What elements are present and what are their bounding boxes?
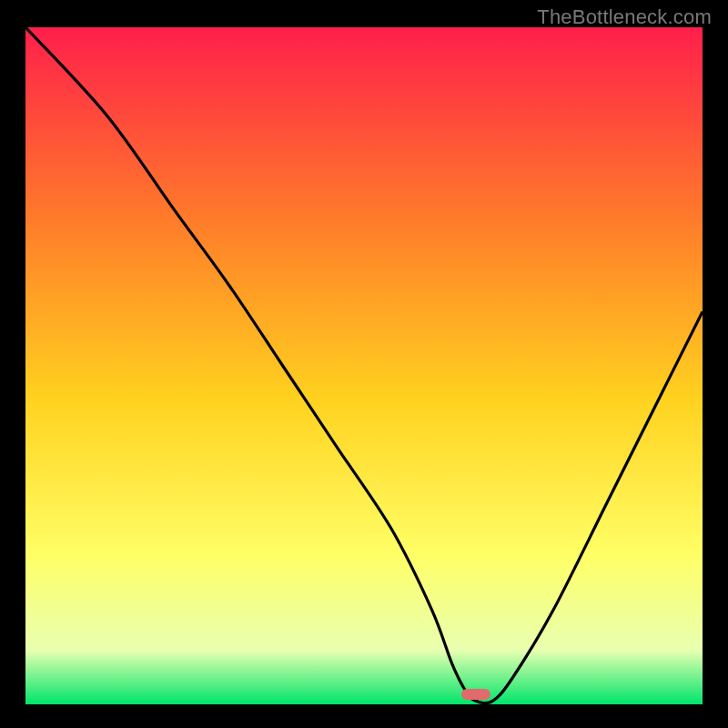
optimal-marker [461,689,490,700]
chart-container: TheBottleneck.com [0,0,728,728]
plot-frame [25,27,703,704]
bottleneck-curve [25,27,703,704]
watermark-text: TheBottleneck.com [537,5,712,29]
